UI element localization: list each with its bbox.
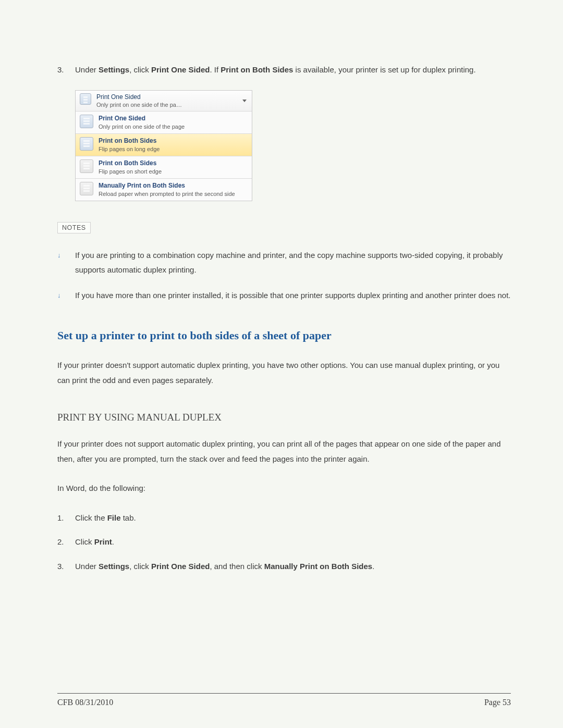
sub-step-2: 2. Click Print. [57,535,511,550]
option-desc: Flip pages on long edge [99,145,248,153]
sub-step-1: 1. Click the File tab. [57,511,511,526]
page-icon [80,93,91,105]
option-title: Print on Both Sides [99,159,248,168]
option-desc: Only print on one side of the page [99,123,248,130]
text: , click [129,65,151,74]
down-arrow-icon: ↓ [57,289,75,304]
step-3: 3. Under Settings, click Print One Sided… [57,63,511,78]
page-flip-icon [80,159,93,173]
note-text: If you are printing to a combination cop… [75,248,511,278]
text: , and then click [210,562,264,571]
subsection-paragraph-1: If your printer does not support automat… [57,437,511,466]
note-text: If you have more than one printer instal… [75,288,511,303]
dropdown-option-both-long: Print on Both Sides Flip pages on long e… [76,134,252,156]
print-sides-dropdown: Print One Sided Only print on one side o… [75,90,252,201]
text: . [372,562,374,571]
text: . [112,537,114,546]
subsection-title: PRINT BY USING MANUAL DUPLEX [57,412,511,423]
text: Click the [75,513,107,522]
option-desc: Flip pages on short edge [99,168,248,175]
dropdown-option-both-short: Print on Both Sides Flip pages on short … [76,156,252,179]
chevron-down-icon [242,100,247,102]
step-text: Under Settings, click Print One Sided, a… [75,559,374,574]
dropdown-selected-title: Print One Sided [96,93,248,102]
page-icon [80,115,93,128]
step-number: 3. [57,63,75,78]
dropdown-selected-desc: Only print on one side of the pa… [96,101,248,108]
step-text: Under Settings, click Print One Sided. I… [75,63,476,78]
text: Click [75,537,94,546]
down-arrow-icon: ↓ [57,249,75,279]
note-item-2: ↓ If you have more than one printer inst… [57,288,511,303]
manual-feed-icon [80,182,93,195]
dropdown-option-manual: Manually Print on Both Sides Reload pape… [76,179,252,201]
option-title: Manually Print on Both Sides [99,182,248,190]
text: Under [75,65,99,74]
text: tab. [121,513,136,522]
bold-manual-both-sides: Manually Print on Both Sides [264,562,373,571]
text: , click [129,562,151,571]
option-desc: Reload paper when prompted to print the … [99,190,248,198]
sub-step-3: 3. Under Settings, click Print One Sided… [57,559,511,574]
option-text: Manually Print on Both Sides Reload pape… [99,182,248,198]
dropdown-selected: Print One Sided Only print on one side o… [76,91,252,112]
option-text: Print on Both Sides Flip pages on long e… [99,137,248,153]
option-title: Print on Both Sides [99,137,248,145]
page-footer: CFB 08/31/2010 Page 53 [57,693,511,707]
step-text: Click Print. [75,535,114,550]
text: Under [75,562,99,571]
bold-settings: Settings [99,65,129,74]
bold-print-one-sided: Print One Sided [151,65,210,74]
subsection-paragraph-2: In Word, do the following: [57,481,511,496]
footer-right: Page 53 [484,698,511,707]
footer-rule [57,693,511,694]
footer-left: CFB 08/31/2010 [57,698,113,707]
dropdown-selected-text: Print One Sided Only print on one side o… [96,93,248,109]
dropdown-option-one-sided: Print One Sided Only print on one side o… [76,112,252,134]
bold-print-one-sided: Print One Sided [151,562,210,571]
option-text: Print One Sided Only print on one side o… [99,115,248,130]
text: is available, your printer is set up for… [293,65,475,74]
option-title: Print One Sided [99,115,248,123]
step-number: 2. [57,535,75,550]
step-number: 3. [57,559,75,574]
page-flip-icon [80,137,93,151]
bold-settings: Settings [99,562,129,571]
document-page: 3. Under Settings, click Print One Sided… [0,0,563,728]
section-title: Set up a printer to print to both sides … [57,329,511,342]
note-item-1: ↓ If you are printing to a combination c… [57,248,511,278]
option-text: Print on Both Sides Flip pages on short … [99,159,248,175]
text: . If [210,65,221,74]
step-text: Click the File tab. [75,511,136,526]
step-number: 1. [57,511,75,526]
bold-file: File [107,513,121,522]
section-paragraph: If your printer doesn't support automati… [57,358,511,388]
notes-label: NOTES [57,222,91,233]
bold-print: Print [94,537,112,546]
bold-print-both-sides: Print on Both Sides [221,65,293,74]
